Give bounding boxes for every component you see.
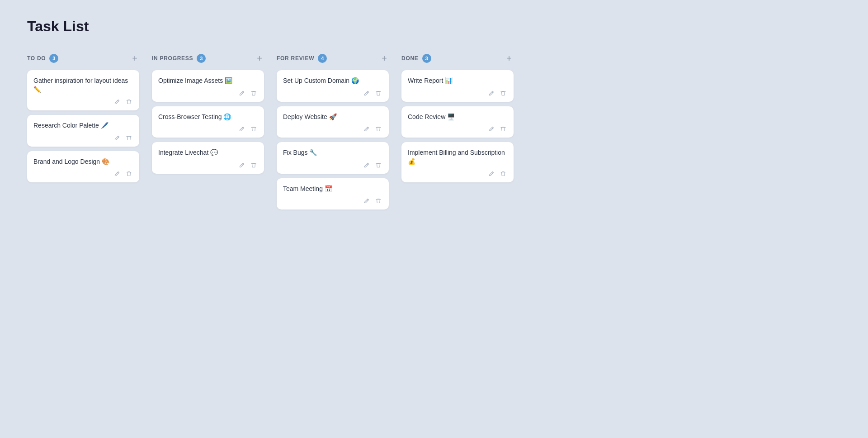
trash-icon <box>250 126 257 132</box>
column-label-done: DONE <box>401 55 419 62</box>
card-title-fr-1: Set Up Custom Domain 🌍 <box>283 76 382 86</box>
trash-icon <box>250 162 257 168</box>
trash-icon <box>375 90 382 96</box>
card-actions-ip-1 <box>158 89 258 97</box>
edit-icon <box>363 162 370 168</box>
card-delete-button-fr-1[interactable] <box>374 89 382 97</box>
column-header-forreview: FOR REVIEW4+ <box>277 53 389 64</box>
column-header-inprogress: IN PROGRESS3+ <box>152 53 264 64</box>
card-delete-button-todo-3[interactable] <box>125 170 133 178</box>
card-actions-d-3 <box>408 170 507 178</box>
cards-container-todo: Gather inspiration for layout ideas ✏️Re… <box>27 70 139 182</box>
card-edit-button-fr-1[interactable] <box>363 89 371 97</box>
card-actions-fr-3 <box>283 161 382 169</box>
trash-icon <box>375 198 382 204</box>
column-add-button-todo[interactable]: + <box>130 53 139 64</box>
column-header-left-forreview: FOR REVIEW4 <box>277 54 327 63</box>
trash-icon <box>500 126 506 132</box>
card-delete-button-todo-2[interactable] <box>125 134 133 142</box>
column-count-inprogress: 3 <box>197 54 206 63</box>
edit-icon <box>488 90 495 96</box>
card-ip-3: Integrate Livechat 💬 <box>152 142 264 174</box>
card-actions-ip-2 <box>158 125 258 133</box>
column-header-left-done: DONE3 <box>401 54 431 63</box>
card-title-d-1: Write Report 📊 <box>408 76 507 86</box>
card-delete-button-todo-1[interactable] <box>125 98 133 106</box>
card-todo-1: Gather inspiration for layout ideas ✏️ <box>27 70 139 110</box>
card-actions-todo-2 <box>33 134 133 142</box>
edit-icon <box>488 126 495 132</box>
card-actions-todo-1 <box>33 98 133 106</box>
column-label-forreview: FOR REVIEW <box>277 55 314 62</box>
edit-icon <box>114 99 120 105</box>
card-title-ip-1: Optimize Image Assets 🖼️ <box>158 76 258 86</box>
edit-icon <box>239 90 245 96</box>
column-forreview: FOR REVIEW4+Set Up Custom Domain 🌍Deploy… <box>277 53 389 209</box>
card-title-ip-3: Integrate Livechat 💬 <box>158 148 258 157</box>
card-delete-button-fr-3[interactable] <box>374 161 382 169</box>
card-edit-button-d-2[interactable] <box>487 125 495 133</box>
card-title-ip-2: Cross-Browser Testing 🌐 <box>158 113 258 122</box>
card-actions-fr-1 <box>283 89 382 97</box>
column-count-forreview: 4 <box>318 54 327 63</box>
card-actions-d-2 <box>408 125 507 133</box>
edit-icon <box>488 171 495 177</box>
column-label-inprogress: IN PROGRESS <box>152 55 193 62</box>
card-actions-fr-2 <box>283 125 382 133</box>
card-fr-3: Fix Bugs 🔧 <box>277 142 389 174</box>
card-title-fr-4: Team Meeting 📅 <box>283 185 382 194</box>
column-inprogress: IN PROGRESS3+Optimize Image Assets 🖼️Cro… <box>152 53 264 174</box>
card-d-1: Write Report 📊 <box>401 70 514 102</box>
trash-icon <box>126 135 132 141</box>
card-title-todo-1: Gather inspiration for layout ideas ✏️ <box>33 76 133 94</box>
card-edit-button-todo-3[interactable] <box>113 170 121 178</box>
card-edit-button-ip-1[interactable] <box>238 89 246 97</box>
card-title-fr-2: Deploy Website 🚀 <box>283 113 382 122</box>
card-title-fr-3: Fix Bugs 🔧 <box>283 148 382 157</box>
card-edit-button-ip-2[interactable] <box>238 125 246 133</box>
cards-container-inprogress: Optimize Image Assets 🖼️Cross-Browser Te… <box>152 70 264 174</box>
card-edit-button-d-1[interactable] <box>487 89 495 97</box>
column-header-todo: TO DO3+ <box>27 53 139 64</box>
edit-icon <box>114 171 120 177</box>
trash-icon <box>500 171 506 177</box>
card-delete-button-ip-3[interactable] <box>250 161 258 169</box>
card-delete-button-d-1[interactable] <box>499 89 507 97</box>
trash-icon <box>250 90 257 96</box>
column-header-left-inprogress: IN PROGRESS3 <box>152 54 206 63</box>
card-edit-button-todo-1[interactable] <box>113 98 121 106</box>
card-delete-button-ip-2[interactable] <box>250 125 258 133</box>
column-count-done: 3 <box>422 54 431 63</box>
column-add-button-forreview[interactable]: + <box>380 53 389 64</box>
trash-icon <box>126 171 132 177</box>
trash-icon <box>375 126 382 132</box>
card-edit-button-fr-4[interactable] <box>363 197 371 205</box>
card-d-2: Code Review 🖥️ <box>401 106 514 138</box>
edit-icon <box>239 162 245 168</box>
column-todo: TO DO3+Gather inspiration for layout ide… <box>27 53 139 182</box>
card-delete-button-d-3[interactable] <box>499 170 507 178</box>
card-delete-button-d-2[interactable] <box>499 125 507 133</box>
edit-icon <box>363 90 370 96</box>
card-edit-button-d-3[interactable] <box>487 170 495 178</box>
card-todo-3: Brand and Logo Design 🎨 <box>27 151 139 183</box>
cards-container-forreview: Set Up Custom Domain 🌍Deploy Website 🚀Fi… <box>277 70 389 209</box>
card-actions-d-1 <box>408 89 507 97</box>
card-title-todo-2: Research Color Palette 🖊️ <box>33 121 133 130</box>
card-edit-button-ip-3[interactable] <box>238 161 246 169</box>
card-delete-button-ip-1[interactable] <box>250 89 258 97</box>
card-ip-1: Optimize Image Assets 🖼️ <box>152 70 264 102</box>
card-edit-button-fr-2[interactable] <box>363 125 371 133</box>
column-add-button-inprogress[interactable]: + <box>255 53 264 64</box>
column-add-button-done[interactable]: + <box>505 53 514 64</box>
card-actions-todo-3 <box>33 170 133 178</box>
card-fr-2: Deploy Website 🚀 <box>277 106 389 138</box>
card-edit-button-todo-2[interactable] <box>113 134 121 142</box>
card-delete-button-fr-2[interactable] <box>374 125 382 133</box>
card-todo-2: Research Color Palette 🖊️ <box>27 115 139 147</box>
card-edit-button-fr-3[interactable] <box>363 161 371 169</box>
edit-icon <box>363 126 370 132</box>
column-header-left-todo: TO DO3 <box>27 54 58 63</box>
card-delete-button-fr-4[interactable] <box>374 197 382 205</box>
page-title: Task List <box>27 18 841 35</box>
